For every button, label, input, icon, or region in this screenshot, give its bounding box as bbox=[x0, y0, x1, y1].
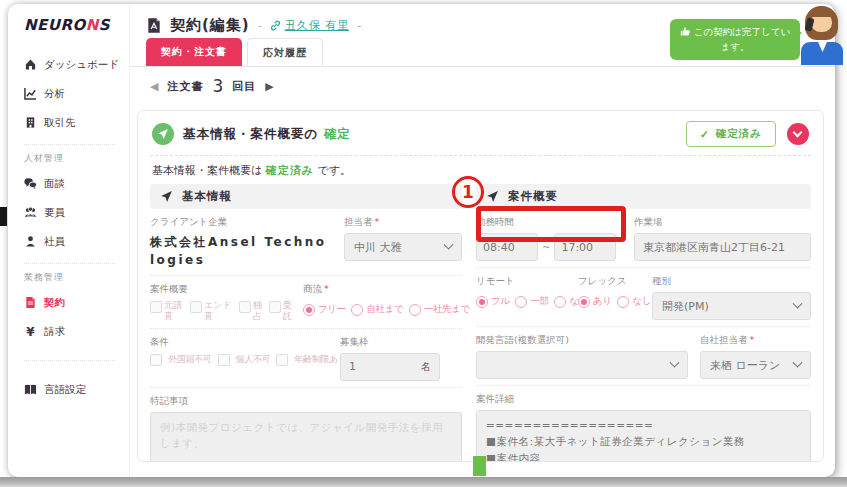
sidebar-section-business: 業務管理 bbox=[24, 271, 123, 284]
checkbox-jutaku[interactable] bbox=[269, 301, 281, 313]
radio-flex-yes[interactable] bbox=[578, 296, 590, 308]
chat-icon bbox=[24, 177, 37, 190]
case-overview-column: 案件概要 勤務時間 ~ 作業場 bbox=[476, 184, 811, 462]
sidebar-section-hr: 人材管理 bbox=[24, 152, 123, 165]
chart-icon bbox=[24, 87, 37, 100]
notes-label: 特記事項 bbox=[150, 395, 462, 408]
checkbox-end[interactable] bbox=[190, 301, 202, 313]
sidebar-item-interview[interactable]: 面談 bbox=[24, 169, 123, 198]
workplace-input[interactable] bbox=[634, 233, 811, 261]
manager-label: 担当者 bbox=[344, 216, 373, 229]
case-detail-label: 案件詳細 bbox=[476, 393, 811, 406]
dev-language-select[interactable] bbox=[476, 351, 688, 379]
dart-icon bbox=[486, 190, 499, 203]
quota-input[interactable] bbox=[349, 360, 404, 373]
document-icon bbox=[24, 296, 37, 309]
checkbox-motouke[interactable] bbox=[150, 301, 162, 313]
type-select[interactable]: 開発(PM) bbox=[652, 292, 811, 320]
conditions-label: 条件 bbox=[150, 336, 332, 349]
yen-icon: ¥ bbox=[24, 325, 37, 339]
checkbox-no-individual[interactable] bbox=[218, 354, 230, 366]
chevron-down-icon bbox=[793, 357, 803, 367]
sidebar-item-employees[interactable]: 社員 bbox=[24, 227, 123, 256]
working-hours-field: ~ bbox=[476, 233, 622, 261]
radio-flex-no[interactable] bbox=[617, 296, 629, 308]
link-icon bbox=[270, 20, 281, 31]
prev-order-button[interactable]: ◀ bbox=[150, 80, 158, 93]
thumbs-up-icon bbox=[680, 26, 691, 37]
radio-remote-full[interactable] bbox=[476, 296, 488, 308]
checkbox-dokusen[interactable] bbox=[239, 301, 251, 313]
representative-link[interactable]: 丑久保 有里 bbox=[270, 18, 350, 33]
notes-textarea[interactable] bbox=[150, 412, 462, 462]
basic-info-panel: 基本情報・案件概要の 確定 ✓ 確定済み 基本情報・案件概要は 確定済み です。 bbox=[137, 110, 824, 462]
confirmed-button[interactable]: ✓ 確定済み bbox=[686, 121, 776, 147]
sidebar-item-language-settings[interactable]: 言語設定 bbox=[24, 375, 123, 404]
hours-to-input[interactable] bbox=[554, 233, 616, 261]
section-case-overview: 案件概要 bbox=[476, 184, 811, 209]
case-overview-label: 案件概要 bbox=[150, 283, 295, 296]
hours-from-input[interactable] bbox=[476, 233, 538, 261]
app-window: NEURONS ダッシュボード 分析 取引先 人材管理 面談 要員 社員 業務管 bbox=[8, 4, 835, 477]
sidebar-item-staff[interactable]: 要員 bbox=[24, 198, 123, 227]
radio-remote-partial[interactable] bbox=[515, 296, 527, 308]
book-icon bbox=[24, 383, 37, 396]
radio-flow-one-company[interactable] bbox=[409, 304, 421, 316]
basic-info-column: 基本情報 クライアント企業 株式会社Ansel Technologies 担当者… bbox=[150, 184, 462, 462]
sidebar-item-billing[interactable]: ¥ 請求 bbox=[24, 317, 123, 346]
quota-label: 募集枠 bbox=[340, 336, 462, 349]
sidebar-divider bbox=[24, 360, 115, 361]
panel-title: 基本情報・案件概要の bbox=[183, 126, 318, 141]
contract-icon bbox=[146, 17, 162, 34]
green-marker bbox=[473, 456, 486, 476]
building-icon bbox=[24, 116, 37, 129]
chevron-down-icon bbox=[793, 128, 803, 138]
client-company-label: クライアント企業 bbox=[150, 216, 332, 229]
completion-toast: この契約は完了しています。 bbox=[670, 19, 800, 60]
sidebar-divider bbox=[24, 144, 115, 145]
flow-label: 商流 bbox=[303, 283, 322, 296]
tab-contract-order[interactable]: 契約・注文書 bbox=[146, 38, 242, 66]
client-company-value: 株式会社Ansel Technologies bbox=[150, 233, 332, 269]
sidebar-item-analysis[interactable]: 分析 bbox=[24, 79, 123, 108]
tab-bar: 契約・注文書 応対履歴 bbox=[146, 38, 323, 66]
sidebar: NEURONS ダッシュボード 分析 取引先 人材管理 面談 要員 社員 業務管 bbox=[8, 4, 130, 477]
sidebar-item-contracts[interactable]: 契約 bbox=[24, 288, 123, 317]
status-badge: 確定済み bbox=[266, 164, 314, 177]
avatar-fringe bbox=[809, 8, 834, 17]
home-icon bbox=[24, 58, 37, 71]
window-bottom-shadow bbox=[0, 477, 847, 487]
radio-flow-own-company[interactable] bbox=[351, 304, 363, 316]
remote-label: リモート bbox=[476, 275, 568, 288]
person-icon bbox=[24, 235, 37, 248]
manager-select[interactable]: 中川 大雅 bbox=[344, 233, 462, 261]
panel-header: 基本情報・案件概要の 確定 ✓ 確定済み bbox=[150, 118, 811, 156]
next-order-button[interactable]: ▶ bbox=[265, 80, 273, 93]
check-icon: ✓ bbox=[700, 128, 710, 140]
main-area: 契約(編集) - 丑久保 有里 - 契約・注文書 応対履歴 ◀ 注文書 3 回目… bbox=[130, 4, 835, 477]
sidebar-item-clients[interactable]: 取引先 bbox=[24, 108, 123, 137]
page-title: 契約(編集) bbox=[170, 16, 250, 35]
section-basic-info: 基本情報 bbox=[150, 184, 462, 209]
chevron-down-icon bbox=[670, 357, 680, 367]
sidebar-divider bbox=[24, 263, 115, 264]
checkbox-age-limit[interactable] bbox=[276, 354, 288, 366]
checkbox-no-foreign[interactable] bbox=[150, 354, 162, 366]
case-detail-textarea[interactable]: ================== ■案件名:某大手ネット証券企業ディレクショ… bbox=[476, 410, 811, 462]
rocket-badge-icon bbox=[152, 123, 174, 145]
order-number: 3 bbox=[212, 76, 223, 96]
sidebar-item-dashboard[interactable]: ダッシュボード bbox=[24, 50, 123, 79]
status-line: 基本情報・案件概要は 確定済み です。 bbox=[150, 156, 811, 184]
tab-response-history[interactable]: 応対履歴 bbox=[247, 38, 323, 66]
radio-remote-none[interactable] bbox=[554, 296, 566, 308]
company-rep-select[interactable]: 来栖 ローラン bbox=[700, 351, 811, 379]
chevron-down-icon bbox=[793, 298, 803, 308]
collapse-panel-button[interactable] bbox=[787, 123, 809, 145]
dart-icon bbox=[160, 190, 173, 203]
quota-field: 名 bbox=[340, 353, 440, 381]
dev-language-label: 開発言語(複数選択可) bbox=[476, 334, 688, 347]
flex-label: フレックス bbox=[578, 275, 642, 288]
type-label: 種別 bbox=[652, 275, 811, 288]
radio-flow-free[interactable] bbox=[303, 304, 315, 316]
working-hours-label: 勤務時間 bbox=[476, 216, 622, 229]
